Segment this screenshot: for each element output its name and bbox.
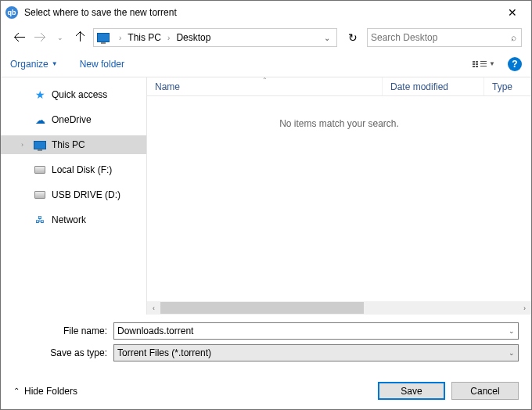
filename-combo[interactable]: Downloads.torrent ⌄	[113, 322, 519, 340]
chevron-right-icon[interactable]: ›	[21, 141, 23, 149]
up-button[interactable]: 🡡	[71, 28, 90, 47]
search-box[interactable]: ⌕	[367, 28, 522, 47]
col-label: Name	[155, 81, 180, 92]
sidebar-item-network[interactable]: 🖧 Network	[1, 210, 146, 229]
refresh-button[interactable]: ↻	[343, 28, 362, 47]
sidebar-item-this-pc[interactable]: › This PC	[1, 135, 146, 154]
bottom-panel: File name: Downloads.torrent ⌄ Save as t…	[1, 315, 531, 371]
filename-label: File name:	[13, 325, 113, 336]
save-button[interactable]: Save	[378, 382, 445, 400]
close-button[interactable]: ✕	[494, 2, 530, 23]
crumb-desktop[interactable]: Desktop	[174, 32, 212, 43]
col-label: Type	[492, 81, 512, 92]
filetype-value: Torrent Files (*.torrent)	[117, 347, 211, 358]
column-name[interactable]: ⌃ Name	[147, 77, 383, 95]
filetype-combo[interactable]: Torrent Files (*.torrent) ⌄	[113, 344, 519, 361]
column-headers: ⌃ Name Date modified Type	[147, 77, 531, 96]
sidebar-label: This PC	[52, 139, 85, 150]
column-type[interactable]: Type	[484, 77, 531, 95]
search-icon[interactable]: ⌕	[509, 32, 518, 43]
navbar: 🡠 🡢 ⌄ 🡡 › This PC › Desktop ⌄ ↻ ⌕	[1, 24, 531, 51]
sidebar-label: USB DRIVE (D:)	[52, 189, 120, 200]
cancel-button[interactable]: Cancel	[451, 382, 519, 400]
sidebar-label: OneDrive	[52, 114, 92, 125]
chevron-right-icon: ›	[119, 34, 121, 42]
dropdown-icon[interactable]: ⌄	[504, 349, 515, 357]
scroll-track[interactable]	[160, 301, 518, 315]
sidebar-item-quick-access[interactable]: ★ Quick access	[1, 85, 146, 104]
help-button[interactable]: ?	[508, 57, 522, 71]
pc-icon	[97, 33, 110, 42]
empty-state: No items match your search.	[147, 96, 531, 301]
footer: ⌃ Hide Folders Save Cancel	[1, 371, 531, 409]
filename-value[interactable]: Downloads.torrent	[117, 325, 193, 336]
scroll-left-button[interactable]: ‹	[147, 301, 160, 315]
list-view-icon	[473, 61, 478, 67]
column-date[interactable]: Date modified	[383, 77, 484, 95]
search-input[interactable]	[371, 32, 509, 43]
cloud-icon: ☁	[34, 113, 46, 126]
sidebar-item-onedrive[interactable]: ☁ OneDrive	[1, 110, 146, 129]
scroll-right-button[interactable]: ›	[518, 301, 531, 315]
network-icon: 🖧	[34, 214, 46, 226]
chevron-right-icon: ›	[167, 34, 170, 42]
disk-icon	[34, 166, 45, 174]
toolbar: Organize ▼ New folder ▼ ?	[1, 51, 531, 77]
breadcrumb-dropdown[interactable]: ⌄	[319, 34, 335, 42]
sidebar-label: Local Disk (F:)	[52, 164, 112, 175]
file-area: ⌃ Name Date modified Type No items match…	[146, 77, 531, 315]
titlebar: qb Select where to save the new torrent …	[1, 1, 531, 24]
scroll-thumb[interactable]	[160, 302, 364, 314]
new-folder-button[interactable]: New folder	[80, 59, 124, 70]
body: ★ Quick access ☁ OneDrive › This PC Loca…	[1, 77, 531, 315]
recent-locations-button[interactable]: ⌄	[51, 28, 70, 47]
chevron-up-icon: ⌃	[13, 387, 20, 395]
filetype-label: Save as type:	[13, 347, 113, 358]
view-options-button[interactable]: ▼	[473, 60, 495, 67]
save-dialog: qb Select where to save the new torrent …	[0, 0, 532, 410]
star-icon: ★	[34, 88, 46, 101]
sidebar-item-local-disk[interactable]: Local Disk (F:)	[1, 160, 146, 179]
sidebar-item-usb-drive[interactable]: USB DRIVE (D:)	[1, 185, 146, 204]
organize-label: Organize	[10, 59, 49, 70]
window-title: Select where to save the new torrent	[24, 7, 494, 18]
breadcrumb[interactable]: › This PC › Desktop ⌄	[93, 28, 337, 47]
crumb-this-pc[interactable]: This PC	[126, 32, 163, 43]
sort-indicator-icon: ⌃	[262, 77, 268, 84]
sidebar: ★ Quick access ☁ OneDrive › This PC Loca…	[1, 77, 146, 315]
sidebar-label: Network	[52, 214, 86, 225]
app-icon: qb	[5, 6, 18, 19]
organize-menu[interactable]: Organize ▼	[10, 59, 58, 70]
dropdown-icon: ▼	[52, 60, 58, 67]
dropdown-icon: ▼	[489, 60, 495, 67]
dropdown-icon[interactable]: ⌄	[504, 327, 515, 335]
hide-folders-button[interactable]: ⌃ Hide Folders	[13, 386, 77, 397]
pc-icon	[34, 141, 46, 149]
forward-button: 🡢	[31, 28, 49, 47]
horizontal-scrollbar[interactable]: ‹ ›	[147, 301, 531, 315]
col-label: Date modified	[390, 81, 448, 92]
hide-folders-label: Hide Folders	[24, 386, 77, 397]
back-button[interactable]: 🡠	[10, 28, 29, 47]
sidebar-label: Quick access	[52, 89, 107, 100]
usb-icon	[34, 191, 45, 199]
